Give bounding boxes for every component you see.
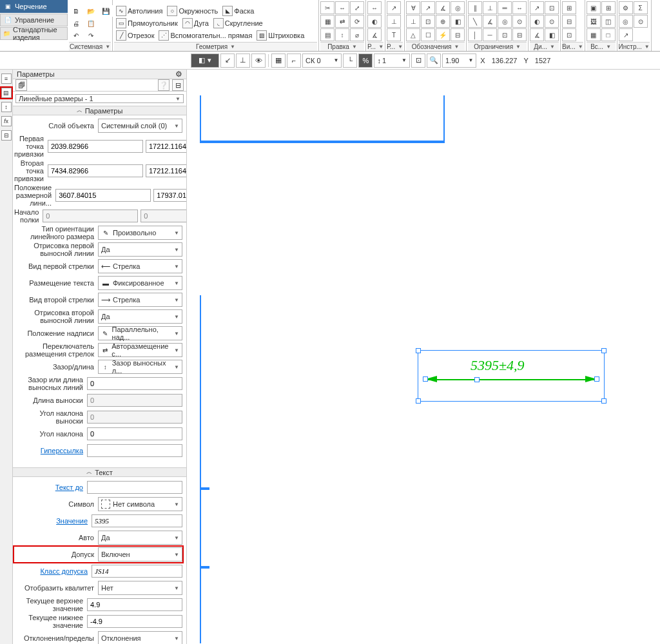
arrsw-select[interactable]: ⇄Авторазмещение с...▼ (98, 343, 182, 357)
circle-button[interactable]: ○Окружность (165, 5, 220, 17)
axes-l-button[interactable]: └ (343, 54, 357, 68)
hyperlink-input[interactable] (87, 444, 182, 457)
auto-select[interactable]: Да▼ (98, 531, 182, 545)
tool-icon[interactable]: △ (406, 28, 420, 41)
value-label[interactable]: Значение (14, 517, 92, 525)
coord-sys-select[interactable]: СК 0▼ (302, 54, 342, 68)
help-icon[interactable]: ❔ (158, 79, 170, 91)
inscr-select[interactable]: ✎Параллельно, над...▼ (98, 326, 182, 340)
handle-bl[interactable] (416, 398, 421, 404)
rail-layers-icon[interactable]: ⊟ (1, 130, 12, 141)
rail-fx-icon[interactable]: fx (1, 116, 12, 126)
tool-icon[interactable]: │ (468, 28, 482, 41)
zoom-button[interactable]: 🔍 (427, 54, 441, 68)
ang-input[interactable] (87, 427, 182, 440)
tool-icon[interactable]: ✂ (320, 1, 335, 14)
tool-icon[interactable]: ◫ (601, 15, 616, 28)
tool-icon[interactable]: ∡ (530, 28, 544, 41)
symbol-select[interactable]: Нет символа▼ (98, 497, 182, 511)
tool-icon[interactable]: ◐ (367, 15, 382, 28)
dimension-text[interactable]: 5395±4,9 (471, 357, 525, 374)
tb-view2[interactable]: ⊥ (236, 54, 250, 68)
tool-icon[interactable]: ⊙ (545, 15, 559, 28)
tool-icon[interactable]: ↔ (367, 1, 382, 14)
autoline-button[interactable]: ∿Автолиния (114, 5, 164, 17)
tool-icon[interactable]: ⚙ (619, 1, 633, 14)
rail-menu-icon[interactable]: ≡ (1, 73, 12, 84)
undo-button[interactable]: ↶ (69, 30, 83, 41)
tolclass-label[interactable]: Класс допуска (14, 567, 92, 575)
dim-end-handle-r[interactable] (594, 376, 599, 382)
p2-y-input[interactable] (146, 164, 187, 177)
tool-icon[interactable]: ⊙ (634, 15, 648, 28)
round-button[interactable]: ◟Скругление (211, 17, 265, 29)
dev-select[interactable]: Отклонения▼ (98, 631, 182, 644)
tool-icon[interactable]: ◎ (619, 15, 633, 28)
group-text-header[interactable]: ︿Текст (13, 467, 186, 477)
hyperlink-label[interactable]: Гиперссылка (14, 447, 87, 454)
tool-icon[interactable]: ⇄ (335, 15, 349, 28)
zoom-ext-button[interactable]: ⊡ (411, 54, 425, 68)
textbefore-label[interactable]: Текст до (14, 483, 87, 491)
mode-manage[interactable]: 📄Управление (0, 14, 68, 26)
arr1-select[interactable]: ⟵Стрелка▼ (98, 259, 182, 273)
drawing-canvas[interactable]: 5395±4,9 (187, 70, 660, 644)
tool-icon[interactable]: ∡ (483, 15, 497, 28)
dim-end-handle-l[interactable] (423, 376, 428, 382)
gear-icon[interactable]: ⚙ (175, 70, 182, 79)
tool-icon[interactable]: ⟳ (350, 15, 364, 28)
pos-x-input[interactable] (55, 189, 151, 202)
tool-icon[interactable]: ⊕ (436, 15, 450, 28)
tool-icon[interactable]: ⌀ (350, 28, 364, 41)
tool-icon[interactable]: ◧ (545, 28, 559, 41)
tool-icon[interactable]: ⊞ (562, 1, 576, 14)
tool-icon[interactable]: ⊟ (451, 28, 465, 41)
handle-br[interactable] (601, 398, 607, 404)
object-selector[interactable]: Линейные размеры - 1▼ (15, 94, 184, 103)
tb-view3[interactable]: 👁 (251, 54, 266, 68)
tool-icon[interactable]: ↔ (512, 1, 527, 14)
rail-params-icon[interactable]: ▤ (1, 88, 12, 98)
open-button[interactable]: 📂 (84, 5, 98, 17)
tool-icon[interactable]: ▤ (320, 28, 335, 41)
aux-button[interactable]: ⋰Вспомогательн... прямая (157, 30, 254, 41)
arr2-select[interactable]: ⟶Стрелка▼ (98, 293, 182, 307)
gaplen-input[interactable] (87, 377, 182, 390)
tool-icon[interactable]: ◎ (451, 1, 465, 14)
tb-view1[interactable]: ↙ (220, 54, 235, 68)
tool-icon[interactable]: ⊟ (562, 15, 576, 28)
textbefore-input[interactable] (87, 481, 182, 494)
tool-icon[interactable]: ☐ (421, 28, 435, 41)
tool-icon[interactable]: Σ (634, 1, 648, 14)
zoom-select[interactable]: 1.90▼ (442, 54, 476, 68)
tolerance-select[interactable]: Включен▼ (98, 547, 182, 561)
scale-select[interactable]: ↕ 1▼ (374, 54, 410, 68)
tool-icon[interactable]: ◎ (498, 15, 512, 28)
arc-button[interactable]: ◠Дуга (180, 17, 211, 29)
tool-icon[interactable]: ⊞ (601, 1, 616, 14)
tool-icon[interactable]: ⚡ (436, 28, 450, 41)
tool-icon[interactable]: ↗ (387, 1, 401, 14)
p2-x-input[interactable] (48, 164, 143, 177)
textpos-select[interactable]: ▬Фиксированное▼ (98, 276, 182, 290)
tool-icon[interactable]: ═ (498, 1, 512, 14)
tool-icon[interactable]: ⤢ (350, 1, 364, 14)
tool-icon[interactable]: ⊥ (406, 15, 420, 28)
tool-icon[interactable]: ∡ (367, 28, 382, 41)
upper-input[interactable] (87, 598, 182, 611)
gap-select[interactable]: ↕Зазор выносных л...▼ (98, 360, 182, 374)
chamfer-button[interactable]: ◣Фаска (220, 5, 256, 17)
tool-icon[interactable]: ╲ (468, 15, 482, 28)
tool-icon[interactable]: ⊥ (387, 15, 401, 28)
panel-tab-icon[interactable]: 🗐 (15, 79, 27, 91)
tool-icon[interactable]: ↗ (619, 28, 633, 41)
tool-icon[interactable]: ◐ (530, 15, 544, 28)
tool-icon[interactable]: ─ (483, 28, 497, 41)
tool-icon[interactable]: ↕ (335, 28, 349, 41)
ext2draw-select[interactable]: Да▼ (98, 309, 182, 324)
segment-button[interactable]: ╱Отрезок (114, 30, 156, 41)
tool-icon[interactable]: ∀ (406, 1, 420, 14)
lower-input[interactable] (87, 615, 182, 628)
tool-icon[interactable]: T (387, 28, 401, 41)
mode-std[interactable]: 📁Стандартные изделия (0, 27, 68, 40)
